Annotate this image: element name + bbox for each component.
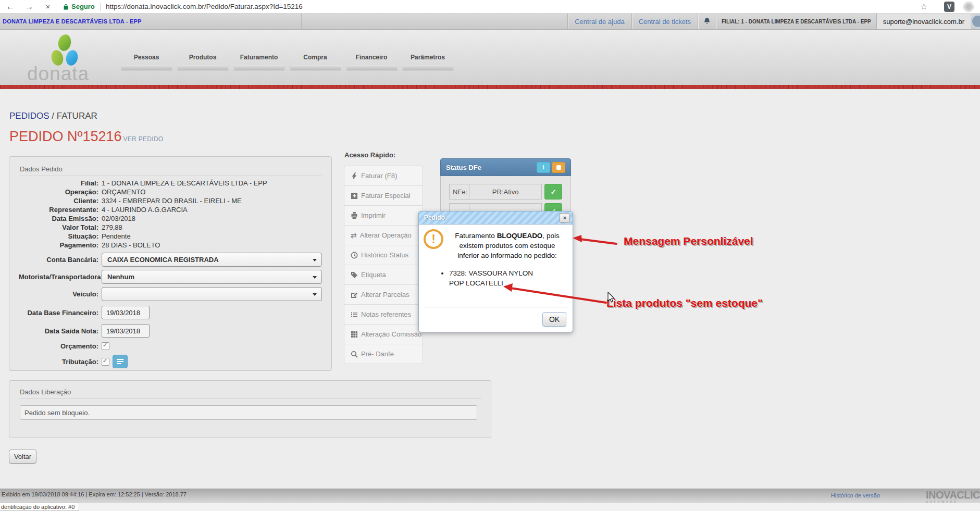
menu-item-etiqueta[interactable]: Etiqueta [344,265,423,285]
breadcrumb-pedidos[interactable]: PEDIDOS [9,111,49,121]
panel-divider [19,176,322,176]
ticket-center-link[interactable]: Central de tickets [632,14,698,29]
form-row-motorista: Motorista/Transportadora: Nenhum [19,270,322,284]
panel-legend: Dados Liberação [19,384,481,398]
field-label: Veículo: [19,290,102,298]
menu-item-label: Histórico Status [361,251,408,259]
chevron-down-icon [313,259,317,261]
info-label: Pagamento: [19,241,102,250]
warning-icon: ! [424,229,443,249]
info-button[interactable]: i [537,162,550,173]
form-row-conta-bancaria: Conta Bancária: CAIXA ECONOMICA REGISTRA… [19,253,322,267]
browser-chrome: ← → × Seguro https://donata.inovaclick.c… [0,0,980,14]
data-base-financeiro-input[interactable]: 19/03/2018 [102,306,150,319]
nav-item-compra[interactable]: Compra [287,54,343,70]
nav-item-faturamento[interactable]: Faturamento [231,54,287,70]
company-name: DONATA LIMPEZA E DESCARTÁVEIS LTDA - EPP [3,14,142,29]
info-label: Cliente: [19,196,102,205]
panel-legend: Dados Pedido [19,161,322,176]
status-dfe-header: Status DFe i [440,158,571,176]
search-icon [351,351,358,358]
menu-item-faturar[interactable]: Faturar (F8) [344,166,423,186]
nav-label: Produtos [175,54,231,61]
ver-pedido-link[interactable]: VER PEDIDO [123,135,163,143]
browser-back-icon[interactable]: ← [4,0,17,14]
nav-item-financeiro[interactable]: Financeiro [343,54,400,70]
breadcrumb: PEDIDOS / FATURAR [9,111,97,121]
voltar-button[interactable]: Voltar [9,450,36,464]
stop-button[interactable] [552,162,565,173]
page-content: PEDIDOS / FATURAR PEDIDO Nº15216VER PEDI… [0,89,980,489]
browser-stop-icon[interactable]: × [42,0,54,14]
modal-title: Pedido [424,214,560,221]
avatar[interactable] [971,14,980,29]
menu-item-label: Faturar Especial [361,192,411,200]
status-dfe-title: Status DFe [446,164,535,171]
browser-forward-icon[interactable]: → [23,0,35,14]
app-footer: Exibido em 19/03/2018 09:44:16 | Expira … [0,489,980,503]
inovaclick-logo[interactable]: INOVACLICK SOFTWARE [926,490,980,503]
notifications-bell-icon[interactable] [698,14,716,29]
menu-item-alterar-parcelas[interactable]: Alterar Parcelas [344,285,423,305]
menu-item-imprimir[interactable]: Imprimir [344,206,423,226]
blocked-message: Faturamento BLOQUEADO, pois existem prod… [448,231,566,260]
nav-underline [121,66,172,70]
menu-item-alteracao-comissao[interactable]: Alteração Comissão [344,325,423,344]
conta-bancaria-select[interactable]: CAIXA ECONOMICA REGISTRADA [102,253,322,267]
data-saida-nota-input[interactable]: 19/03/2018 [102,324,150,338]
menu-item-label: Faturar (F8) [361,172,397,180]
modal-body: ! Faturamento BLOQUEADO, pois existem pr… [419,225,573,307]
nav-item-produtos[interactable]: Produtos [175,54,231,70]
plus-square-icon [351,192,358,200]
main-nav: Pessoas Produtos Faturamento Compra Fina… [118,54,456,70]
info-label: Situação: [19,232,102,241]
nav-item-pessoas[interactable]: Pessoas [118,54,175,70]
footer-info: Exibido em 19/03/2018 09:44:16 | Expira … [2,491,187,497]
orcamento-checkbox[interactable] [102,342,109,350]
tributacao-checkbox[interactable] [102,358,109,366]
swap-icon: ⇄ [351,232,357,239]
info-row-situacao: Situação:Pendente [19,232,322,241]
help-center-link[interactable]: Central de ajuda [568,14,631,29]
info-value: ORÇAMENTO [102,188,145,196]
list-icon [351,311,358,318]
url-separator [100,3,101,11]
ok-button[interactable]: OK [542,312,566,327]
url-text[interactable]: https://donata.inovaclick.com.br/Pedido/… [106,0,303,14]
nav-underline [234,66,284,70]
modal-footer: OK [424,307,567,332]
menu-item-faturar-especial[interactable]: Faturar Especial [344,186,423,206]
user-email[interactable]: suporte@inovaclick.com.br [877,14,971,29]
panel-divider [19,398,481,399]
annotation-arrow-1 [573,235,616,244]
dados-pedido-panel: Dados Pedido Filial:1 - DONATA LIMPEZA E… [9,156,332,371]
menu-item-pre-danfe[interactable]: Pré- Danfe [344,344,423,364]
nav-label: Parâmetros [400,54,456,61]
info-value: 279,88 [102,223,122,232]
donata-logo[interactable]: donata [27,31,110,84]
annotation-message-personalizavel: Mensagem Personlizável [624,235,753,247]
close-icon[interactable]: × [560,213,570,223]
extension-icon[interactable]: V [944,2,954,12]
menu-item-alterar-operacao[interactable]: ⇄ Alterar Operação [344,226,423,245]
form-row-data-saida: Data Saída Nota: 19/03/2018 [19,324,322,338]
veiculo-select[interactable] [102,287,322,301]
field-label: Conta Bancária: [19,256,102,264]
browser-profile-icon[interactable] [963,2,974,12]
chevron-down-icon [313,276,317,279]
check-button[interactable]: ✓ [544,184,562,200]
motorista-select[interactable]: Nenhum [102,270,322,284]
nav-item-parametros[interactable]: Parâmetros [400,54,456,70]
nav-label: Faturamento [231,54,287,61]
tributacao-detail-button[interactable] [113,355,128,368]
menu-item-historico-status[interactable]: Histórico Status [344,245,423,265]
topbar-divider [301,14,302,29]
menu-item-label: Imprimir [361,211,386,219]
menu-item-notas-referentes[interactable]: Notas referentes [344,305,423,325]
nav-label: Pessoas [118,54,175,61]
version-history-link[interactable]: Histórico de versão [831,492,880,498]
bookmark-star-icon[interactable]: ☆ [920,0,927,14]
message-prefix: Faturamento [455,232,497,240]
nav-label: Financeiro [343,54,400,61]
modal-header[interactable]: Pedido × [419,211,573,225]
